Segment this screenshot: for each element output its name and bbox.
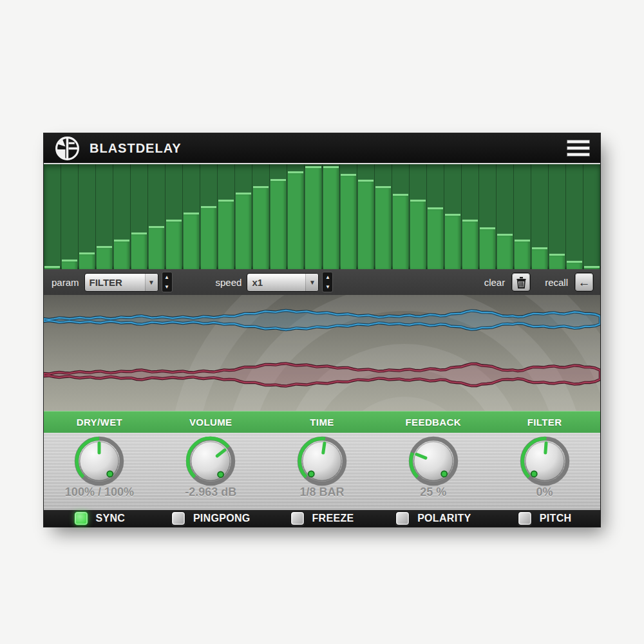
volume-knob[interactable]: [184, 434, 238, 488]
menu-button[interactable]: [567, 140, 590, 156]
dropdown-arrow-icon: ▼: [305, 274, 318, 291]
param-select[interactable]: FILTER ▼: [84, 273, 158, 292]
sequencer-step[interactable]: [200, 164, 218, 269]
sequencer-step[interactable]: [583, 164, 600, 269]
sequencer-step-fill: [184, 213, 199, 269]
sequencer-step-fill: [131, 232, 147, 269]
pingpong-label: PINGPONG: [193, 513, 251, 524]
freeze-checkbox-icon: [290, 511, 305, 526]
sequencer-step-fill: [584, 266, 600, 269]
sequencer-step-fill: [549, 254, 565, 269]
sequencer-step-fill: [288, 171, 303, 269]
sequencer-step[interactable]: [357, 164, 375, 269]
sync-toggle[interactable]: SYNC: [44, 511, 155, 526]
trash-icon: [516, 276, 527, 289]
recall-label: recall: [545, 277, 568, 288]
param-stepper[interactable]: ▲ ▼: [162, 272, 173, 292]
recall-button[interactable]: ←: [574, 272, 594, 292]
clear-label: clear: [484, 277, 506, 288]
sequencer-step[interactable]: [514, 164, 531, 269]
clear-button[interactable]: [511, 272, 531, 292]
knob-label-filter: FILTER: [489, 417, 600, 428]
step-up-icon: ▲: [164, 275, 169, 280]
sequencer-step-fill: [79, 252, 95, 269]
sequencer-step[interactable]: [61, 164, 79, 269]
sequencer-step-fill: [532, 247, 547, 269]
sequencer-step[interactable]: [96, 164, 113, 269]
sequencer-step[interactable]: [566, 164, 583, 269]
param-select-value: FILTER: [85, 277, 145, 288]
sequencer-step[interactable]: [166, 164, 183, 269]
sequencer-step[interactable]: [375, 164, 392, 269]
toggle-bar: SYNC PINGPONG FREEZE POLARITY PITCH: [44, 510, 600, 527]
pitch-checkbox-icon: [518, 511, 532, 526]
sequencer-step[interactable]: [183, 164, 200, 269]
sequencer-step[interactable]: [287, 164, 305, 269]
sync-label: SYNC: [96, 513, 126, 524]
sequencer-step[interactable]: [549, 164, 566, 269]
sequencer-step-fill: [567, 261, 582, 269]
sequencer-step[interactable]: [531, 164, 549, 269]
knob-cell-time: 1/8 BAR: [267, 433, 378, 510]
sequencer-step-fill: [218, 200, 234, 269]
sequencer-step-fill: [114, 240, 129, 269]
sequencer-step[interactable]: [44, 164, 61, 269]
sequencer-step-fill: [166, 220, 182, 269]
sequencer-step-fill: [410, 200, 426, 269]
sequencer-step-fill: [462, 220, 478, 269]
sequencer-step[interactable]: [79, 164, 96, 269]
polarity-checkbox-icon: [395, 511, 410, 526]
polarity-toggle[interactable]: POLARITY: [377, 511, 489, 526]
sequencer-step-fill: [305, 166, 321, 269]
sequencer-step[interactable]: [410, 164, 427, 269]
sequencer-step[interactable]: [252, 164, 270, 269]
sequencer-step[interactable]: [113, 164, 131, 269]
step-sequencer: [44, 164, 600, 269]
knob-label-bar: DRY/WET VOLUME TIME FEEDBACK FILTER: [44, 411, 600, 433]
sequencer-step[interactable]: [340, 164, 357, 269]
pitch-label: PITCH: [540, 513, 572, 524]
sequencer-step[interactable]: [444, 164, 462, 269]
sequencer-step[interactable]: [305, 164, 322, 269]
step-down-icon: ▼: [164, 285, 169, 290]
pitch-toggle[interactable]: PITCH: [489, 511, 600, 526]
feedback-knob[interactable]: [406, 434, 460, 488]
sequencer-step[interactable]: [270, 164, 287, 269]
sequencer-step-fill: [375, 186, 391, 269]
sequencer-step[interactable]: [479, 164, 497, 269]
freeze-label: FREEZE: [312, 513, 354, 524]
step-up-icon: ▲: [325, 275, 330, 280]
filter-knob[interactable]: [518, 434, 572, 488]
sequencer-step-fill: [62, 260, 77, 269]
knob-label-volume: VOLUME: [155, 417, 267, 428]
sequencer-step[interactable]: [235, 164, 252, 269]
sequencer-step[interactable]: [131, 164, 148, 269]
sequencer-step-fill: [270, 179, 286, 269]
knob-cell-feedback: 25 %: [377, 433, 489, 510]
sequencer-step[interactable]: [148, 164, 166, 269]
sequencer-step[interactable]: [427, 164, 444, 269]
sequencer-step-fill: [358, 180, 374, 269]
drywet-value: 100% / 100%: [65, 486, 134, 499]
plugin-title: BLASTDELAY: [90, 141, 182, 156]
param-row: param FILTER ▼ ▲ ▼ speed x1 ▼ ▲ ▼ clear: [44, 269, 600, 295]
time-knob[interactable]: [295, 434, 349, 488]
sequencer-step-fill: [497, 234, 513, 269]
pingpong-toggle[interactable]: PINGPONG: [155, 511, 267, 526]
sequencer-step[interactable]: [392, 164, 410, 269]
knob-label-time: TIME: [267, 417, 378, 428]
sequencer-step[interactable]: [462, 164, 479, 269]
speed-label: speed: [216, 277, 242, 288]
knob-cell-drywet: 100% / 100%: [44, 433, 155, 510]
brand-logo-icon: [54, 135, 80, 162]
sequencer-step[interactable]: [218, 164, 235, 269]
drywet-knob[interactable]: [72, 434, 126, 488]
sequencer-step[interactable]: [323, 164, 340, 269]
sequencer-step-fill: [201, 206, 216, 269]
freeze-toggle[interactable]: FREEZE: [267, 511, 378, 526]
sequencer-step-fill: [515, 240, 530, 269]
speed-stepper[interactable]: ▲ ▼: [322, 272, 333, 292]
speed-select[interactable]: x1 ▼: [247, 273, 319, 292]
pingpong-checkbox-icon: [171, 511, 185, 526]
sequencer-step[interactable]: [497, 164, 514, 269]
